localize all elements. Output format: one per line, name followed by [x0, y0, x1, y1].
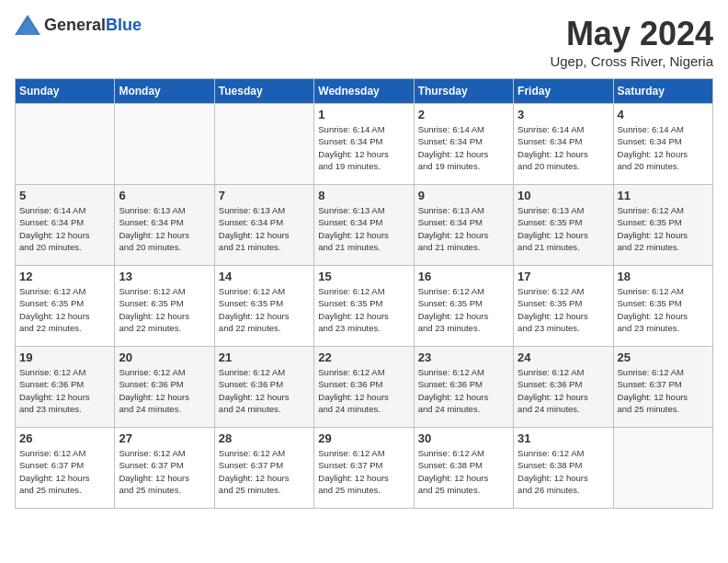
calendar-cell	[613, 428, 712, 509]
calendar-cell	[115, 104, 214, 185]
calendar-cell: 6Sunrise: 6:13 AM Sunset: 6:34 PM Daylig…	[115, 185, 214, 266]
day-info: Sunrise: 6:12 AM Sunset: 6:37 PM Dayligh…	[19, 447, 110, 496]
calendar-body: 1Sunrise: 6:14 AM Sunset: 6:34 PM Daylig…	[16, 104, 713, 509]
day-number: 25	[618, 350, 709, 364]
day-number: 24	[518, 350, 609, 364]
day-number: 15	[318, 270, 409, 283]
day-info: Sunrise: 6:12 AM Sunset: 6:38 PM Dayligh…	[518, 447, 609, 496]
calendar-week-row: 5Sunrise: 6:14 AM Sunset: 6:34 PM Daylig…	[16, 185, 713, 266]
day-info: Sunrise: 6:12 AM Sunset: 6:37 PM Dayligh…	[618, 366, 709, 415]
svg-marker-1	[17, 18, 39, 35]
day-info: Sunrise: 6:12 AM Sunset: 6:35 PM Dayligh…	[318, 285, 409, 334]
calendar-day-header: Sunday	[16, 79, 115, 104]
calendar-cell: 8Sunrise: 6:13 AM Sunset: 6:34 PM Daylig…	[314, 185, 414, 266]
day-info: Sunrise: 6:14 AM Sunset: 6:34 PM Dayligh…	[318, 123, 409, 172]
day-info: Sunrise: 6:13 AM Sunset: 6:34 PM Dayligh…	[219, 204, 310, 253]
calendar-cell: 21Sunrise: 6:12 AM Sunset: 6:36 PM Dayli…	[214, 347, 313, 428]
day-number: 21	[219, 350, 310, 364]
day-info: Sunrise: 6:12 AM Sunset: 6:37 PM Dayligh…	[318, 447, 409, 496]
calendar-cell: 31Sunrise: 6:12 AM Sunset: 6:38 PM Dayli…	[514, 428, 613, 509]
day-number: 18	[618, 270, 709, 283]
calendar-cell: 3Sunrise: 6:14 AM Sunset: 6:34 PM Daylig…	[514, 104, 613, 185]
logo-icon	[15, 15, 40, 35]
day-info: Sunrise: 6:13 AM Sunset: 6:34 PM Dayligh…	[119, 204, 210, 253]
day-info: Sunrise: 6:12 AM Sunset: 6:35 PM Dayligh…	[418, 285, 509, 334]
day-info: Sunrise: 6:12 AM Sunset: 6:35 PM Dayligh…	[618, 285, 709, 334]
calendar-cell: 26Sunrise: 6:12 AM Sunset: 6:37 PM Dayli…	[16, 428, 115, 509]
day-number: 11	[618, 189, 709, 202]
calendar-week-row: 19Sunrise: 6:12 AM Sunset: 6:36 PM Dayli…	[16, 347, 713, 428]
calendar-cell: 13Sunrise: 6:12 AM Sunset: 6:35 PM Dayli…	[115, 266, 214, 347]
month-year-title: May 2024	[550, 15, 713, 53]
day-number: 6	[119, 189, 210, 202]
calendar-cell: 19Sunrise: 6:12 AM Sunset: 6:36 PM Dayli…	[16, 347, 115, 428]
day-number: 19	[19, 350, 110, 364]
calendar-week-row: 12Sunrise: 6:12 AM Sunset: 6:35 PM Dayli…	[16, 266, 713, 347]
calendar-cell: 16Sunrise: 6:12 AM Sunset: 6:35 PM Dayli…	[414, 266, 513, 347]
calendar-cell: 7Sunrise: 6:13 AM Sunset: 6:34 PM Daylig…	[214, 185, 313, 266]
day-info: Sunrise: 6:12 AM Sunset: 6:37 PM Dayligh…	[119, 447, 210, 496]
day-number: 16	[418, 270, 509, 283]
location-subtitle: Ugep, Cross River, Nigeria	[550, 53, 713, 69]
calendar-cell: 4Sunrise: 6:14 AM Sunset: 6:34 PM Daylig…	[613, 104, 712, 185]
calendar-cell: 12Sunrise: 6:12 AM Sunset: 6:35 PM Dayli…	[16, 266, 115, 347]
day-number: 4	[618, 108, 709, 121]
calendar-cell: 24Sunrise: 6:12 AM Sunset: 6:36 PM Dayli…	[514, 347, 613, 428]
day-number: 1	[318, 108, 409, 121]
day-number: 31	[518, 431, 609, 445]
calendar-cell: 29Sunrise: 6:12 AM Sunset: 6:37 PM Dayli…	[314, 428, 414, 509]
calendar-cell: 15Sunrise: 6:12 AM Sunset: 6:35 PM Dayli…	[314, 266, 414, 347]
day-number: 26	[19, 431, 110, 445]
day-number: 7	[219, 189, 310, 202]
day-info: Sunrise: 6:12 AM Sunset: 6:36 PM Dayligh…	[119, 366, 210, 415]
calendar-cell: 9Sunrise: 6:13 AM Sunset: 6:34 PM Daylig…	[414, 185, 513, 266]
calendar-day-header: Thursday	[414, 79, 513, 104]
day-info: Sunrise: 6:13 AM Sunset: 6:34 PM Dayligh…	[418, 204, 509, 253]
logo-blue-text: Blue	[106, 16, 142, 34]
day-info: Sunrise: 6:12 AM Sunset: 6:35 PM Dayligh…	[219, 285, 310, 334]
day-number: 29	[318, 431, 409, 445]
day-number: 3	[518, 108, 609, 121]
day-number: 14	[219, 270, 310, 283]
calendar-cell: 11Sunrise: 6:12 AM Sunset: 6:35 PM Dayli…	[613, 185, 712, 266]
day-number: 10	[518, 189, 609, 202]
day-number: 30	[418, 431, 509, 445]
day-info: Sunrise: 6:12 AM Sunset: 6:36 PM Dayligh…	[418, 366, 509, 415]
day-info: Sunrise: 6:12 AM Sunset: 6:35 PM Dayligh…	[119, 285, 210, 334]
day-number: 13	[119, 270, 210, 283]
calendar-day-header: Saturday	[613, 79, 712, 104]
day-info: Sunrise: 6:12 AM Sunset: 6:35 PM Dayligh…	[618, 204, 709, 253]
day-info: Sunrise: 6:12 AM Sunset: 6:35 PM Dayligh…	[19, 285, 110, 334]
page-header: GeneralBlue May 2024 Ugep, Cross River, …	[15, 15, 713, 69]
day-number: 2	[418, 108, 509, 121]
day-info: Sunrise: 6:12 AM Sunset: 6:38 PM Dayligh…	[418, 447, 509, 496]
title-area: May 2024 Ugep, Cross River, Nigeria	[550, 15, 713, 69]
calendar-week-row: 26Sunrise: 6:12 AM Sunset: 6:37 PM Dayli…	[16, 428, 713, 509]
day-info: Sunrise: 6:12 AM Sunset: 6:35 PM Dayligh…	[518, 285, 609, 334]
day-info: Sunrise: 6:14 AM Sunset: 6:34 PM Dayligh…	[618, 123, 709, 172]
calendar-cell: 14Sunrise: 6:12 AM Sunset: 6:35 PM Dayli…	[214, 266, 313, 347]
day-number: 23	[418, 350, 509, 364]
calendar-day-header: Monday	[115, 79, 214, 104]
logo-general-text: General	[44, 16, 106, 34]
day-info: Sunrise: 6:13 AM Sunset: 6:35 PM Dayligh…	[518, 204, 609, 253]
day-info: Sunrise: 6:14 AM Sunset: 6:34 PM Dayligh…	[19, 204, 110, 253]
calendar-cell: 27Sunrise: 6:12 AM Sunset: 6:37 PM Dayli…	[115, 428, 214, 509]
day-info: Sunrise: 6:12 AM Sunset: 6:36 PM Dayligh…	[518, 366, 609, 415]
day-number: 20	[119, 350, 210, 364]
calendar-cell	[16, 104, 115, 185]
calendar-week-row: 1Sunrise: 6:14 AM Sunset: 6:34 PM Daylig…	[16, 104, 713, 185]
calendar-day-header: Wednesday	[314, 79, 414, 104]
calendar-header-row: SundayMondayTuesdayWednesdayThursdayFrid…	[16, 79, 713, 104]
calendar-cell: 1Sunrise: 6:14 AM Sunset: 6:34 PM Daylig…	[314, 104, 414, 185]
day-number: 22	[318, 350, 409, 364]
day-info: Sunrise: 6:12 AM Sunset: 6:36 PM Dayligh…	[19, 366, 110, 415]
day-info: Sunrise: 6:13 AM Sunset: 6:34 PM Dayligh…	[318, 204, 409, 253]
day-info: Sunrise: 6:12 AM Sunset: 6:36 PM Dayligh…	[219, 366, 310, 415]
day-number: 9	[418, 189, 509, 202]
day-number: 5	[19, 189, 110, 202]
calendar-cell: 10Sunrise: 6:13 AM Sunset: 6:35 PM Dayli…	[514, 185, 613, 266]
calendar-day-header: Tuesday	[214, 79, 313, 104]
day-info: Sunrise: 6:12 AM Sunset: 6:36 PM Dayligh…	[318, 366, 409, 415]
day-number: 8	[318, 189, 409, 202]
